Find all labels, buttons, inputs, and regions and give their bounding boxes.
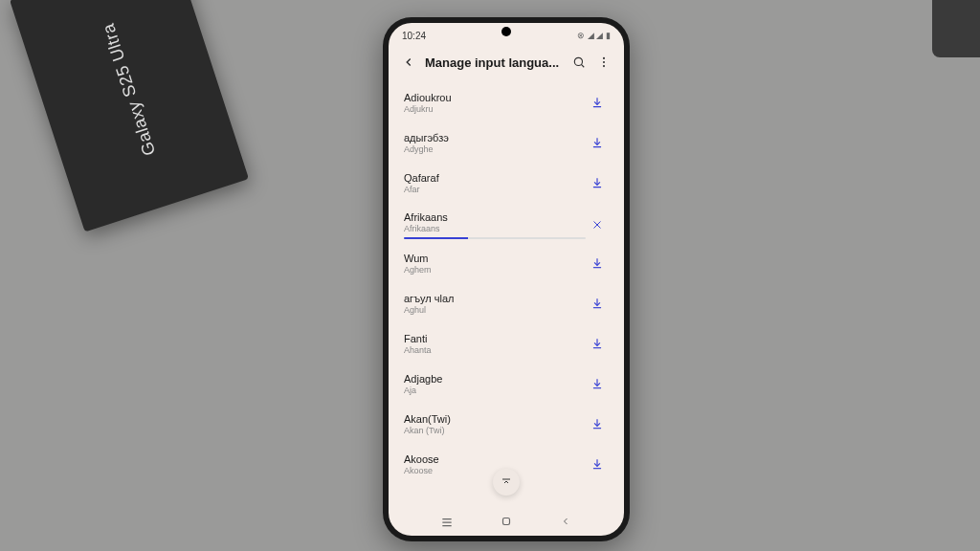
language-text: FantiAhanta [404,333,586,355]
language-subtitle: Aja [404,386,586,395]
svg-rect-29 [503,518,510,525]
svg-point-2 [603,57,605,59]
phone-screen: 10:24 ⊗ ◢ ◢ ▮ Manage input langua... Adi… [389,23,624,536]
language-text: агъул чlалAghul [404,293,586,315]
language-list[interactable]: AdioukrouAdjukruадыгэбзэAdygheQafarafAfa… [389,82,624,507]
language-name: агъул чlал [404,293,586,304]
scroll-to-top-button[interactable] [493,469,520,496]
language-text: AdioukrouAdjukru [404,92,586,114]
language-subtitle: Aghul [404,305,586,315]
language-name: адыгэбзэ [404,132,586,143]
language-text: WumAghem [404,253,586,275]
language-name: Adioukrou [404,92,586,103]
download-icon[interactable] [586,372,609,395]
download-icon[interactable] [586,131,609,154]
search-icon[interactable] [570,54,588,71]
nav-back-icon[interactable] [557,513,574,530]
language-name: Adjagbe [404,373,586,385]
language-name: Wum [404,253,586,264]
download-icon[interactable] [586,412,609,435]
language-subtitle: Adyghe [404,144,586,154]
product-box-label: Galaxy S25 Ultra [99,21,160,159]
language-name: Akan(Twi) [404,413,586,425]
cancel-download-icon[interactable] [586,213,609,236]
more-icon[interactable] [595,54,612,71]
navigation-bar [389,507,624,536]
language-subtitle: Aghem [404,265,586,275]
download-progress [404,237,586,239]
language-item[interactable]: AdioukrouAdjukru [400,82,612,122]
page-title: Manage input langua... [425,55,563,70]
language-item[interactable]: агъул чlалAghul [400,283,612,323]
language-item[interactable]: FantiAhanta [400,323,612,364]
svg-point-4 [603,65,605,67]
language-item[interactable]: WumAghem [400,243,612,283]
language-item[interactable]: AfrikaansAfrikaans [400,203,612,243]
corner-object [932,0,980,57]
nav-home-icon[interactable] [498,513,515,530]
language-text: AdjagbeAja [404,373,586,395]
language-text: QafarafAfar [404,172,586,194]
svg-point-3 [603,61,605,63]
download-icon[interactable] [586,292,609,315]
phone-frame: 10:24 ⊗ ◢ ◢ ▮ Manage input langua... Adi… [383,17,630,541]
app-header: Manage input langua... [389,48,624,82]
download-icon[interactable] [586,332,609,355]
product-box: Galaxy S25 Ultra [10,0,249,232]
language-subtitle: Adjukru [404,104,586,114]
back-icon[interactable] [400,54,417,71]
download-icon[interactable] [586,252,609,275]
language-text: AfrikaansAfrikaans [404,211,586,239]
status-icons: ⊗ ◢ ◢ ▮ [577,31,611,40]
language-item[interactable]: AdjagbeAja [400,364,612,404]
download-icon[interactable] [586,171,609,194]
download-icon[interactable] [586,452,609,475]
language-name: Qafaraf [404,172,586,184]
language-text: Akan(Twi)Akan (Twi) [404,413,586,435]
svg-line-1 [581,64,584,67]
language-subtitle: Akan (Twi) [404,426,586,435]
language-text: адыгэбзэAdyghe [404,132,586,154]
language-text: AkooseAkoose [404,453,586,475]
camera-cutout [501,27,511,36]
download-icon[interactable] [586,91,609,114]
language-name: Fanti [404,333,586,344]
language-subtitle: Ahanta [404,345,586,355]
language-subtitle: Afar [404,185,586,194]
nav-recents-icon[interactable] [438,513,456,530]
svg-point-0 [574,57,582,65]
language-name: Afrikaans [404,211,586,223]
language-subtitle: Afrikaans [404,224,586,233]
language-item[interactable]: адыгэбзэAdyghe [400,122,612,163]
language-item[interactable]: Akan(Twi)Akan (Twi) [400,404,612,444]
language-name: Akoose [404,453,586,465]
status-time: 10:24 [402,31,426,41]
language-item[interactable]: QafarafAfar [400,163,612,203]
